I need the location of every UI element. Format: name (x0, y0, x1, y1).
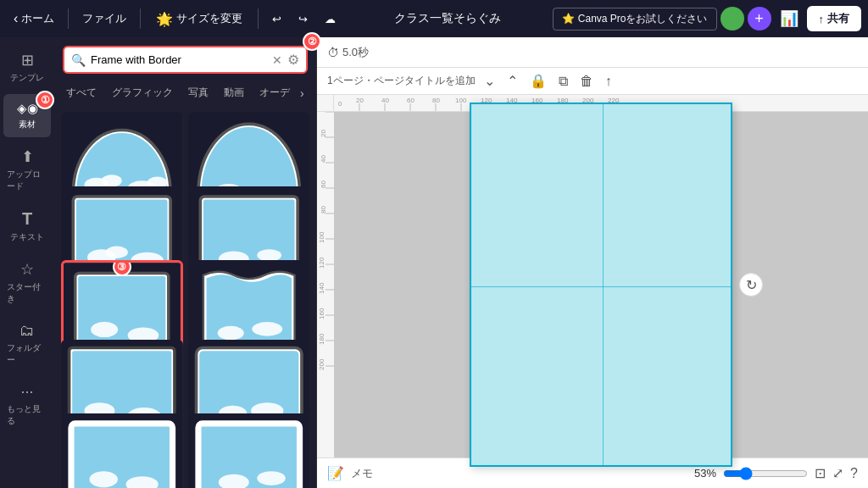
canvas-body: 0 20 40 60 80 100 120 140 160 (317, 95, 868, 458)
annotation-badge-1: ① (36, 91, 54, 109)
page-more-btn[interactable]: ↑ (602, 72, 615, 91)
sidebar-label-upload: アップロード (7, 169, 47, 192)
cat-photo[interactable]: 写真 (183, 82, 214, 103)
svg-text:20: 20 (320, 130, 327, 137)
star-nav-icon: ☆ (20, 260, 34, 279)
chart-button[interactable]: 📊 (775, 6, 804, 31)
folder-icon: 🗂 (19, 322, 35, 340)
sidebar-item-upload[interactable]: ⬆ アップロード (3, 141, 51, 199)
svg-point-41 (252, 322, 282, 336)
svg-text:40: 40 (320, 155, 327, 163)
cat-graphic[interactable]: グラフィック (107, 82, 178, 103)
cloud-button[interactable]: ☁ (318, 9, 342, 29)
project-title: クラス一覧そらぐみ (346, 11, 548, 26)
svg-text:160: 160 (318, 308, 326, 319)
zoom-page-btn[interactable]: ⊡ (815, 465, 826, 481)
icon-sidebar: ⊞ テンプレ ◈◉ 素材 ① ⬆ アップロード T テキスト ☆ スター付き 🗂… (0, 37, 54, 488)
svg-point-40 (217, 326, 243, 341)
cat-all[interactable]: すべて (61, 82, 102, 103)
svg-point-37 (91, 322, 118, 337)
page-copy-btn[interactable]: ⧉ (555, 72, 571, 91)
clear-icon[interactable]: ✕ (272, 53, 282, 67)
canvas-viewport[interactable]: ↻ (334, 112, 868, 458)
svg-text:100: 100 (455, 97, 467, 104)
svg-point-61 (89, 472, 117, 488)
sidebar-item-folder[interactable]: 🗂 フォルダー (3, 315, 51, 373)
zoom-percentage: 53% (694, 467, 716, 480)
star-icon: ⭐ (562, 13, 575, 25)
filter-icon[interactable]: ⚙ (287, 52, 299, 68)
svg-point-23 (106, 246, 128, 258)
svg-text:0: 0 (338, 100, 342, 108)
svg-text:20: 20 (356, 97, 364, 104)
svg-point-7 (102, 175, 122, 186)
svg-point-69 (257, 472, 285, 486)
guide-vertical (603, 104, 604, 465)
zoom-controls: 53% ⊡ ⤢ ? (694, 465, 858, 481)
resize-label: サイズを変更 (176, 11, 242, 26)
thumb-partial-2[interactable] (188, 413, 310, 488)
ruler-left: 20 40 60 80 100 120 140 160 180 (317, 112, 334, 458)
text-icon: T (22, 209, 32, 229)
page-title-bar: 1ページ・ページタイトルを追加 ⌄ ⌃ 🔒 ⧉ 🗑 ↑ (317, 68, 868, 95)
svg-text:100: 100 (318, 231, 326, 243)
sidebar-item-starred[interactable]: ☆ スター付き (3, 253, 51, 312)
page-delete-btn[interactable]: 🗑 (576, 72, 597, 91)
plus-button[interactable]: + (748, 7, 771, 30)
file-button[interactable]: ファイル (75, 8, 133, 30)
svg-text:80: 80 (432, 97, 440, 104)
more-icon: ··· (20, 383, 33, 401)
avatar[interactable] (721, 7, 744, 30)
canvas-area: ⏱ 5.0秒 1ページ・ページタイトルを追加 ⌄ ⌃ 🔒 ⧉ 🗑 ↑ 0 (317, 37, 868, 488)
svg-text:60: 60 (407, 97, 415, 104)
canva-pro-label: Canva Proをお試しください (578, 12, 708, 26)
canvas-page[interactable] (470, 103, 732, 467)
upload-icon: ⬆ (21, 147, 34, 166)
page-collapse-btn[interactable]: ⌄ (481, 71, 498, 91)
page-expand-btn[interactable]: ⌃ (504, 71, 521, 91)
redo-icon: ↪ (298, 13, 308, 25)
category-tabs: すべて グラフィック 写真 動画 オーデ › (54, 79, 316, 107)
canvas-toolbar: ⏱ 5.0秒 (317, 37, 868, 68)
share-button[interactable]: ↑ 共有 (807, 6, 862, 31)
redo-button[interactable]: ↪ (292, 9, 314, 29)
svg-text:180: 180 (318, 333, 326, 345)
main-layout: ⊞ テンプレ ◈◉ 素材 ① ⬆ アップロード T テキスト ☆ スター付き 🗂… (0, 37, 868, 488)
guide-horizontal (471, 286, 731, 287)
sidebar-item-more[interactable]: ··· もっと見る (3, 376, 51, 434)
back-button[interactable]: ‹ ホーム (7, 8, 61, 30)
search-bar: 🔍 ✕ ⚙ (63, 46, 308, 74)
svg-point-31 (257, 249, 281, 261)
svg-text:140: 140 (318, 282, 326, 294)
page-lock-btn[interactable]: 🔒 (526, 71, 550, 91)
undo-button[interactable]: ↩ (265, 9, 288, 29)
resize-button[interactable]: 🌟 サイズを変更 (147, 8, 251, 30)
thumb-partial-1[interactable] (61, 413, 183, 488)
nav-separator-3 (258, 8, 259, 29)
sidebar-label-folder: フォルダー (7, 342, 47, 366)
search-input[interactable] (91, 47, 267, 72)
svg-text:200: 200 (318, 358, 326, 370)
file-label: ファイル (82, 11, 126, 26)
sidebar-label-text: テキスト (10, 231, 44, 243)
rotate-handle[interactable]: ↻ (739, 273, 763, 297)
cat-more-icon[interactable]: › (300, 86, 304, 100)
zoom-slider[interactable] (723, 467, 808, 480)
cloud-icon: ☁ (325, 13, 336, 25)
sidebar-item-template[interactable]: ⊞ テンプレ (3, 44, 51, 91)
template-icon: ⊞ (21, 51, 34, 69)
zoom-fullscreen-btn[interactable]: ⤢ (832, 465, 843, 481)
coin-icon: 🌟 (156, 11, 173, 27)
canva-pro-button[interactable]: ⭐ Canva Proをお試しください (553, 8, 717, 30)
timer: ⏱ 5.0秒 (327, 45, 369, 60)
svg-text:120: 120 (318, 257, 326, 269)
elements-panel: 🔍 ✕ ⚙ ② すべて グラフィック 写真 動画 オーデ › (54, 37, 317, 488)
cat-audio[interactable]: オーデ (254, 82, 295, 103)
cat-video[interactable]: 動画 (219, 82, 249, 103)
memo-label: メモ (351, 466, 373, 481)
share-icon: ↑ (819, 13, 825, 25)
share-label: 共有 (827, 11, 849, 26)
help-btn[interactable]: ? (850, 466, 858, 481)
sidebar-item-text[interactable]: T テキスト (3, 202, 51, 250)
timer-label: 5.0秒 (342, 45, 369, 60)
